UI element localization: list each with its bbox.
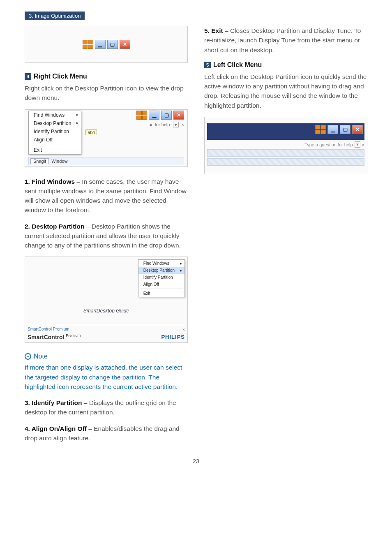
item-1-lead: 1. Find Windows: [25, 178, 75, 185]
snagit-tab[interactable]: Snagit: [30, 158, 49, 164]
note-title: Note: [34, 353, 48, 360]
dp-menu-align[interactable]: Align Off: [138, 281, 184, 288]
dp-smartcontrol: SmartControl: [28, 333, 64, 340]
window-minimize-icon: ▁: [95, 40, 106, 49]
partition-grid-icon: [83, 40, 93, 49]
window-close-icon: ✕: [120, 40, 130, 49]
abc-highlight-icon[interactable]: ab⁊: [85, 130, 97, 135]
item-3-lead: 3. Identify Partition: [25, 399, 82, 406]
item-3: 3. Identify Partition – Displays the out…: [25, 398, 188, 417]
two-column-layout: ▁ ▢ ✕ 4Right Click Menu Right click on t…: [25, 26, 367, 449]
left-column: ▁ ▢ ✕ 4Right Click Menu Right click on t…: [25, 26, 188, 449]
fig-context-menu: Find Windows Desktop Partition Identify …: [25, 109, 188, 167]
item-5-lead: 5. Exit: [204, 27, 223, 34]
section-number-4: 4: [25, 73, 31, 80]
philips-brand: PHILIPS: [161, 334, 185, 340]
window-minimize-icon: ▁: [327, 125, 338, 134]
page-number: 23: [25, 458, 367, 465]
fig-left-click: ▁ ▢ ✕ Type a question for help ▾ ×: [204, 117, 367, 174]
item-5-body: – Closes Desktop Partition and Display T…: [204, 27, 361, 53]
lc-help-hint: Type a question for help: [304, 142, 353, 147]
section-5-title: Left Click Menu: [213, 61, 262, 68]
window-maximize-icon: ▢: [340, 125, 350, 134]
chapter-tab: 3. Image Optimization: [25, 12, 85, 20]
item-5: 5. Exit – Closes Desktop Partition and D…: [204, 26, 367, 55]
dp-premium: Premium: [66, 333, 81, 338]
note-heading: Note: [25, 353, 188, 360]
ctx-separator: [30, 145, 79, 145]
toolbar-placeholder: [207, 158, 364, 166]
item-4-lead: 4. Align On/Align Off: [25, 425, 87, 432]
fig-desktop-partition: Find Windows Desktop Partition Identify …: [25, 257, 188, 343]
dp-footer-close-icon[interactable]: ⨉: [182, 327, 185, 332]
help-dropdown-icon[interactable]: ▾: [173, 122, 179, 127]
dp-menu-identify[interactable]: Identify Partition: [138, 274, 184, 281]
right-click-intro: Right click on the Desktop Partition ico…: [25, 83, 188, 103]
page: 3. Image Optimization ▁ ▢ ✕ 4Right Click…: [0, 0, 392, 477]
section-5-heading: 5Left Click Menu: [204, 61, 367, 69]
fig-titlebar: ▁ ▢ ✕: [25, 26, 188, 63]
section-4-title: Right Click Menu: [34, 73, 87, 80]
left-click-intro: Left click on the Desktop Partition icon…: [204, 72, 367, 110]
window-close-icon: ✕: [352, 125, 363, 134]
item-2-lead: 2. Desktop Partition: [25, 223, 85, 230]
toolbar-placeholder: [207, 149, 364, 157]
right-column: 5. Exit – Closes Desktop Partition and D…: [204, 26, 367, 449]
window-maximize-icon: ▢: [107, 40, 118, 49]
dp-submenu: Find Windows Desktop Partition Identify …: [138, 259, 185, 297]
item-1: 1. Find Windows – In some cases, the use…: [25, 177, 188, 215]
dp-menu-find[interactable]: Find Windows: [138, 260, 184, 267]
note-icon: [25, 353, 31, 360]
note-body: If more than one display is attached, th…: [25, 363, 188, 391]
item-4: 4. Align On/Align Off – Enables/disables…: [25, 424, 188, 443]
help-close-icon[interactable]: ×: [182, 122, 184, 127]
window-minimize-icon: ▁: [149, 111, 159, 120]
ctx-find-windows[interactable]: Find Windows: [29, 111, 81, 119]
window-maximize-icon: ▢: [161, 111, 172, 120]
ctx-align-off[interactable]: Align Off: [29, 136, 81, 144]
window-tab[interactable]: Window: [51, 159, 67, 164]
section-4-heading: 4Right Click Menu: [25, 73, 188, 80]
dp-menu-dp[interactable]: Desktop Partition: [138, 267, 184, 274]
partition-grid-icon: [136, 111, 147, 120]
context-menu: Find Windows Desktop Partition Identify …: [28, 111, 81, 155]
item-2: 2. Desktop Partition – Desktop Partition…: [25, 222, 188, 250]
partition-grid-icon: [315, 125, 326, 134]
lc-help-close-icon[interactable]: ×: [362, 142, 364, 147]
ctx-desktop-partition[interactable]: Desktop Partition: [29, 119, 81, 127]
help-hint: on for help: [148, 122, 170, 127]
dp-doc-title: SmartDesktop Guide: [28, 297, 185, 324]
dp-menu-exit[interactable]: Exit: [138, 290, 184, 297]
lc-help-dropdown-icon[interactable]: ▾: [355, 141, 360, 148]
ctx-identify-partition[interactable]: Identify Partition: [29, 127, 81, 136]
window-controls-small: ▁ ▢ ✕: [85, 111, 184, 120]
window-close-icon: ✕: [173, 111, 184, 120]
section-number-5: 5: [204, 62, 211, 68]
window-controls-lc: ▁ ▢ ✕: [315, 125, 363, 134]
window-controls: ▁ ▢ ✕: [83, 40, 130, 49]
dp-footer-label: SmartControl Premium: [28, 327, 69, 331]
ctx-exit[interactable]: Exit: [29, 146, 81, 154]
